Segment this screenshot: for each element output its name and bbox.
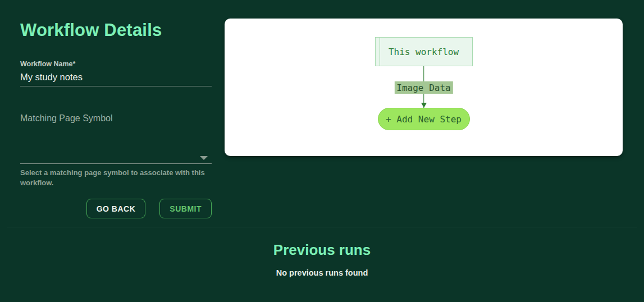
matching-page-symbol-underline (20, 163, 212, 164)
workflow-name-input[interactable] (20, 72, 212, 83)
previous-runs-empty-message: No previous runs found (0, 268, 644, 277)
form-actions: GO BACK SUBMIT (86, 199, 212, 218)
workflow-diagram: This workflow Image Data + Add New Step (225, 19, 623, 156)
workflow-details-page: Workflow Details Workflow Name* Matching… (0, 0, 644, 302)
matching-page-symbol-helper: Select a matching page symbol to associa… (20, 168, 205, 187)
matching-page-symbol-label: Matching Page Symbol (20, 113, 113, 123)
arrow-down-icon (421, 103, 427, 108)
workflow-node[interactable]: This workflow (375, 37, 473, 66)
workflow-form: Workflow Details Workflow Name* Matching… (20, 20, 212, 222)
workflow-diagram-card: This workflow Image Data + Add New Step (225, 19, 623, 156)
page-title: Workflow Details (20, 20, 162, 40)
previous-runs-section: Previous runs No previous runs found (0, 241, 644, 277)
add-new-step-button[interactable]: + Add New Step (378, 108, 470, 130)
workflow-name-label: Workflow Name* (20, 60, 75, 68)
section-divider (7, 227, 637, 227)
previous-runs-title: Previous runs (0, 241, 644, 259)
chevron-down-icon[interactable] (200, 156, 208, 160)
submit-button[interactable]: SUBMIT (159, 199, 212, 218)
workflow-name-underline (20, 86, 212, 86)
edge-label: Image Data (394, 81, 453, 94)
go-back-button[interactable]: GO BACK (86, 199, 146, 218)
